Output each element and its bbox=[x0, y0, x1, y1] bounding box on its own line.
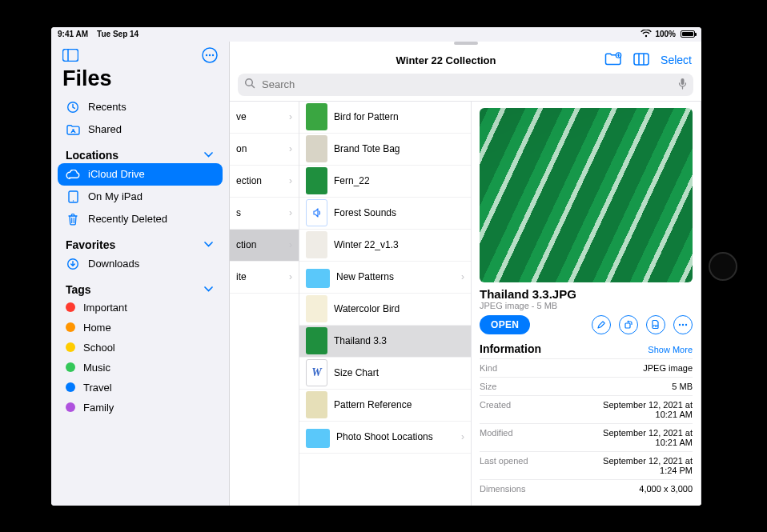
image-thumb bbox=[306, 167, 327, 194]
svg-point-5 bbox=[212, 54, 214, 55]
view-mode-icon[interactable] bbox=[633, 53, 649, 68]
sidebar-shared-label: Shared bbox=[88, 123, 122, 135]
sidebar-item-label: Important bbox=[83, 302, 127, 314]
row-label: s bbox=[236, 207, 241, 218]
row-label: Thailand 3.3 bbox=[334, 335, 387, 346]
column-row[interactable]: on› bbox=[230, 134, 299, 166]
sidebar-item-label: Downloads bbox=[88, 258, 139, 270]
chevron-right-icon: › bbox=[289, 175, 292, 186]
ipad-device-frame: 9:41 AM Tue Sep 14 100% bbox=[15, 14, 752, 519]
chevron-right-icon: › bbox=[289, 239, 292, 250]
cloud-icon bbox=[66, 167, 80, 182]
toolbar: Winter 22 Collection Select bbox=[230, 48, 701, 70]
file-row[interactable]: Watercolor Bird bbox=[299, 294, 471, 326]
tag-dot-icon bbox=[66, 382, 75, 392]
screen: 9:41 AM Tue Sep 14 100% bbox=[51, 27, 701, 506]
tag-dot-icon bbox=[66, 302, 75, 312]
info-value: September 12, 2021 at 10:21 AM bbox=[596, 400, 693, 419]
info-row: CreatedSeptember 12, 2021 at 10:21 AM bbox=[480, 395, 693, 423]
svg-point-20 bbox=[679, 323, 681, 325]
file-preview[interactable] bbox=[480, 108, 693, 282]
svg-text:PDF: PDF bbox=[653, 325, 660, 328]
row-label: ve bbox=[236, 111, 247, 122]
row-label: Watercolor Bird bbox=[334, 303, 400, 314]
sidebar-tag-family[interactable]: Family bbox=[58, 398, 223, 418]
sidebar-more-icon[interactable] bbox=[200, 46, 219, 65]
sidebar-tag-music[interactable]: Music bbox=[58, 358, 223, 378]
file-row[interactable]: Thailand 3.3 bbox=[299, 326, 471, 358]
mic-icon[interactable] bbox=[678, 78, 687, 92]
column-row[interactable]: ite› bbox=[230, 262, 299, 294]
file-row[interactable]: Pattern Reference bbox=[299, 390, 471, 422]
new-folder-icon[interactable] bbox=[604, 52, 622, 68]
tag-dot-icon bbox=[66, 322, 75, 332]
chevron-right-icon: › bbox=[461, 271, 464, 282]
search-bar[interactable] bbox=[238, 74, 693, 96]
rotate-icon[interactable] bbox=[619, 315, 638, 334]
file-row[interactable]: New Patterns› bbox=[299, 262, 471, 294]
file-row[interactable]: Fern_22 bbox=[299, 166, 471, 198]
more-actions-icon[interactable] bbox=[673, 315, 693, 334]
file-subtitle: JPEG image - 5 MB bbox=[480, 301, 693, 310]
info-row: KindJPEG image bbox=[480, 358, 693, 377]
shared-folder-icon bbox=[66, 122, 80, 137]
main-content: Winter 22 Collection Select bbox=[230, 42, 701, 506]
svg-line-16 bbox=[252, 86, 255, 88]
sidebar-tag-home[interactable]: Home bbox=[58, 318, 223, 338]
svg-point-9 bbox=[72, 200, 73, 201]
home-button[interactable] bbox=[709, 252, 737, 281]
clock-icon bbox=[66, 100, 80, 114]
column-row[interactable]: ve› bbox=[230, 102, 299, 134]
column-row[interactable]: s› bbox=[230, 198, 299, 230]
window-grabber[interactable] bbox=[454, 42, 478, 45]
pdf-icon[interactable]: PDF bbox=[646, 315, 665, 334]
select-button[interactable]: Select bbox=[661, 54, 692, 66]
info-heading: Information bbox=[480, 342, 541, 355]
detail-pane: Thailand 3.3.JPG JPEG image - 5 MB OPEN bbox=[472, 102, 701, 506]
file-row[interactable]: WSize Chart bbox=[299, 358, 471, 390]
row-label: Bird for Pattern bbox=[334, 111, 399, 122]
search-input[interactable] bbox=[260, 78, 673, 91]
sidebar-tag-school[interactable]: School bbox=[58, 338, 223, 358]
open-button[interactable]: OPEN bbox=[480, 315, 530, 334]
svg-point-3 bbox=[206, 54, 207, 55]
file-row[interactable]: Winter 22_v1.3 bbox=[299, 230, 471, 262]
column-row[interactable]: ection› bbox=[230, 166, 299, 198]
sidebar-downloads[interactable]: Downloads bbox=[58, 253, 223, 275]
show-more-link[interactable]: Show More bbox=[648, 345, 693, 354]
sidebar-on-my-ipad[interactable]: On My iPad bbox=[58, 186, 223, 208]
row-label: ite bbox=[236, 271, 247, 282]
sidebar-tag-important[interactable]: Important bbox=[58, 298, 223, 318]
info-value: 5 MB bbox=[672, 382, 693, 391]
sidebar-title: Files bbox=[51, 66, 229, 96]
sidebar-section-tags[interactable]: Tags bbox=[58, 275, 223, 298]
file-title: Thailand 3.3.JPG bbox=[480, 287, 693, 301]
file-row[interactable]: Bird for Pattern bbox=[299, 102, 471, 134]
info-value: 4,000 x 3,000 bbox=[639, 484, 693, 494]
sidebar-icloud-drive[interactable]: iCloud Drive bbox=[58, 163, 223, 186]
chevron-right-icon: › bbox=[289, 111, 292, 122]
sidebar-recently-deleted[interactable]: Recently Deleted bbox=[58, 208, 223, 230]
column-row[interactable]: ction› bbox=[230, 230, 299, 262]
markup-icon[interactable] bbox=[592, 315, 611, 334]
sidebar-toggle-icon[interactable] bbox=[61, 46, 80, 65]
sidebar-section-favorites[interactable]: Favorites bbox=[58, 230, 223, 253]
ipad-icon bbox=[66, 190, 80, 204]
file-row[interactable]: Forest Sounds bbox=[299, 198, 471, 230]
svg-point-21 bbox=[682, 323, 684, 325]
tag-dot-icon bbox=[66, 342, 75, 352]
chevron-right-icon: › bbox=[289, 143, 292, 154]
sidebar-shared[interactable]: Shared bbox=[58, 118, 223, 141]
svg-point-4 bbox=[209, 54, 211, 55]
page-title: Winter 22 Collection bbox=[396, 54, 496, 66]
sidebar-recents[interactable]: Recents bbox=[58, 96, 223, 118]
file-row[interactable]: Photo Shoot Locations› bbox=[299, 422, 471, 454]
status-bar: 9:41 AM Tue Sep 14 100% bbox=[51, 27, 701, 42]
sidebar-section-locations[interactable]: Locations bbox=[58, 141, 223, 163]
trash-icon bbox=[66, 212, 80, 226]
file-row[interactable]: Brand Tote Bag bbox=[299, 134, 471, 166]
image-thumb bbox=[306, 391, 327, 418]
svg-rect-18 bbox=[625, 323, 630, 328]
search-icon bbox=[244, 78, 255, 91]
sidebar-tag-travel[interactable]: Travel bbox=[58, 378, 223, 398]
